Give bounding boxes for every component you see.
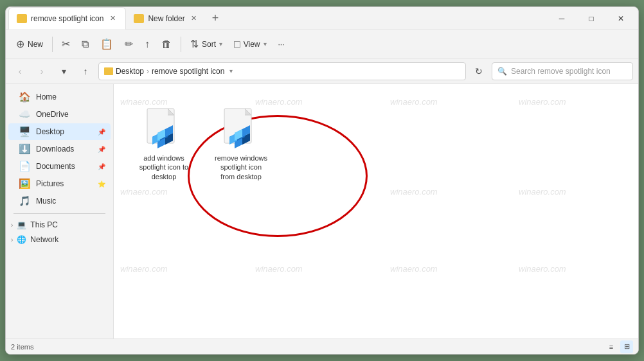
sidebar-item-home[interactable]: 🏠 Home [8,89,111,105]
tab-remove-spotlight[interactable]: remove spotlight icon ✕ [8,7,126,30]
sidebar-item-music[interactable]: 🎵 Music [8,193,111,209]
breadcrumb-folder-icon [104,67,113,75]
thispc-expand: › [11,222,13,229]
titlebar: remove spotlight icon ✕ New folder ✕ + ─… [6,7,638,30]
view-label: View [244,40,260,49]
sidebar-item-downloads[interactable]: ⬇️ Downloads 📌 [8,141,111,157]
new-label: New [28,40,43,49]
sidebar-label-network: Network [30,235,58,244]
grid-view-button[interactable]: ⊞ [620,340,633,353]
rename-button[interactable]: ✏ [120,35,138,53]
file-icon-add [143,109,184,150]
onedrive-icon: ☁️ [19,109,31,120]
close-button[interactable]: ✕ [606,7,636,30]
sidebar-label-thispc: This PC [30,220,58,229]
maximize-button[interactable]: □ [577,7,606,30]
delete-icon: 🗑 [161,39,172,50]
sort-label: Sort [202,40,216,49]
copy-button[interactable]: ⧉ [76,36,94,53]
sidebar-label-pictures: Pictures [36,179,64,188]
tab-bar: remove spotlight icon ✕ New folder ✕ + [6,7,547,30]
sidebar-item-desktop[interactable]: 🖥️ Desktop 📌 [8,123,111,140]
search-placeholder: Search remove spotlight icon [511,67,611,76]
statusbar: 2 items ≡ ⊞ [6,339,638,354]
recent-button[interactable]: ▾ [55,62,73,80]
toolbar: ⊕ New ✂ ⧉ 📋 ✏ ↑ 🗑 ⇅ Sort ▾ □ View [6,30,638,58]
file-item-remove-spotlight[interactable]: remove windows spotlight icon from deskt… [210,103,272,186]
file-item-add-spotlight[interactable]: add windows spotlight icon to desktop [133,103,195,186]
folder-icon [17,14,27,23]
pictures-icon: 🖼️ [19,178,31,189]
paste-icon: 📋 [100,38,113,50]
sort-button[interactable]: ⇅ Sort ▾ [185,35,228,53]
more-button[interactable]: ··· [273,37,290,51]
folder-icon-2 [134,14,144,23]
view-controls: ≡ ⊞ [605,340,633,353]
explorer-window: remove spotlight icon ✕ New folder ✕ + ─… [5,6,639,355]
sidebar-label-downloads: Downloads [36,145,74,154]
more-label: ··· [278,40,285,49]
separator-1 [52,37,53,52]
search-icon: 🔍 [497,67,507,76]
desktop-icon: 🖥️ [19,126,31,137]
tab-close-button[interactable]: ✕ [107,13,118,24]
paste-button[interactable]: 📋 [95,35,118,53]
forward-button[interactable]: › [33,62,51,80]
sidebar-item-pictures[interactable]: 🖼️ Pictures ⭐ [8,175,111,192]
sidebar-label-documents: Documents [36,162,75,171]
view-button[interactable]: □ View ▾ [229,36,271,53]
breadcrumb-sep: › [147,67,149,76]
cut-button[interactable]: ✂ [57,35,75,53]
downloads-icon: ⬇️ [19,143,31,155]
refresh-button[interactable]: ↻ [470,62,488,80]
breadcrumb-desktop: Desktop [116,67,144,76]
sidebar-group-thispc[interactable]: › 💻 This PC [8,218,111,232]
up-button[interactable]: ↑ [76,62,94,80]
back-button[interactable]: ‹ [11,62,29,80]
sidebar-separator-1 [13,213,105,214]
view-chevron: ▾ [264,40,267,48]
search-box[interactable]: 🔍 Search remove spotlight icon [492,62,633,80]
breadcrumb-chevron: ▾ [229,67,233,75]
new-button[interactable]: ⊕ New [11,35,48,53]
sidebar-item-onedrive[interactable]: ☁️ OneDrive [8,106,111,123]
network-icon: 🌐 [17,235,26,244]
breadcrumb[interactable]: Desktop › remove spotlight icon ▾ [98,62,466,80]
thispc-icon: 💻 [17,220,26,229]
home-icon: 🏠 [19,91,31,103]
file-grid: add windows spotlight icon to desktop [127,97,625,193]
content-area: 🏠 Home ☁️ OneDrive 🖥️ Desktop 📌 ⬇️ Downl… [6,84,638,339]
sidebar-label-desktop: Desktop [36,127,64,136]
sort-icon: ⇅ [190,38,199,50]
sidebar-label-music: Music [36,197,56,206]
new-icon: ⊕ [16,38,24,50]
file-svg-add [143,107,184,151]
new-tab-button[interactable]: + [207,7,224,30]
separator-2 [181,37,181,52]
list-view-button[interactable]: ≡ [605,340,618,353]
item-count: 2 items [11,343,33,351]
sidebar-label-onedrive: OneDrive [36,110,69,119]
rename-icon: ✏ [125,38,133,50]
tab-label-2: New folder [148,14,184,23]
file-icon-remove [220,109,262,150]
tab-close-button-2[interactable]: ✕ [189,13,199,24]
sidebar-item-documents[interactable]: 📄 Documents 📌 [8,158,111,175]
watermark-10: winaero.com [390,264,438,274]
sort-chevron: ▾ [219,40,222,48]
tab-new-folder[interactable]: New folder ✕ [126,7,206,30]
sidebar-group-network[interactable]: › 🌐 Network [8,233,111,247]
window-controls: ─ □ ✕ [547,7,638,30]
address-bar: ‹ › ▾ ↑ Desktop › remove spotlight icon … [6,58,638,84]
copy-icon: ⧉ [82,39,89,50]
watermark-11: winaero.com [519,264,566,274]
minimize-button[interactable]: ─ [547,7,577,30]
share-button[interactable]: ↑ [139,36,155,53]
breadcrumb-folder-name: remove spotlight icon [152,67,224,76]
sidebar-label-home: Home [36,92,57,101]
file-label-add: add windows spotlight icon to desktop [136,154,192,181]
file-label-remove: remove windows spotlight icon from deskt… [213,154,269,181]
watermark-9: winaero.com [255,264,303,274]
delete-button[interactable]: 🗑 [156,36,177,53]
network-expand: › [11,236,13,243]
